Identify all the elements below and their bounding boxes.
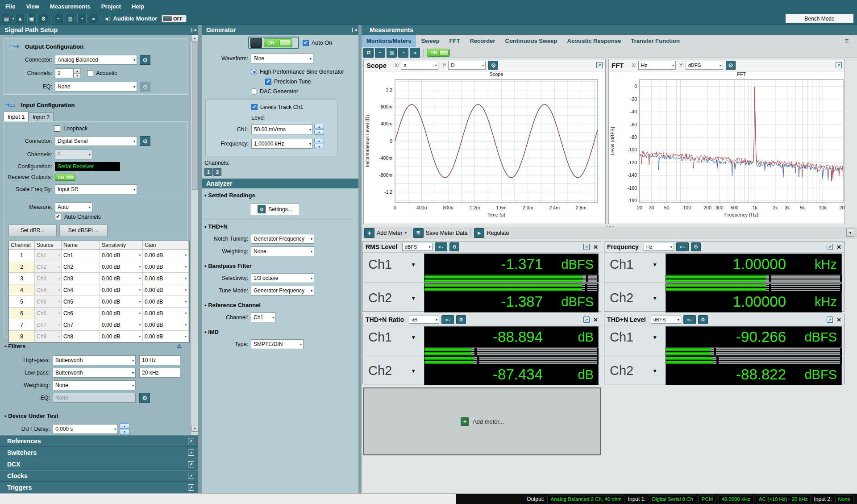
digital-monitor-icon[interactable]: ▥ [387,48,397,58]
sensitivity-select[interactable]: 0.00 dB▾ [100,250,143,261]
menu-help[interactable]: Help [126,0,150,12]
save-project-icon[interactable]: ▣ [27,14,37,23]
gain-select[interactable]: 0.00 dB▾ [143,331,189,342]
clock-icon[interactable]: ◔ [77,14,87,23]
generator-off-button[interactable] [250,38,262,48]
auto-hide-pin-icon[interactable]: ❘◄ [190,28,196,32]
column-header[interactable]: Sensitivity [100,241,143,249]
meter-popout-icon[interactable]: ↗ [583,317,590,323]
left-panel-scrollbar[interactable]: ▲ ▼ [191,35,198,435]
meter-chart-icon[interactable]: ≈▾ [676,242,689,251]
sensitivity-select[interactable]: 0.00 dB▾ [100,319,143,330]
signal-monitor-icon[interactable]: ≈ [89,14,98,23]
tab-continuous-sweep[interactable]: Continuous Sweep [500,35,562,47]
meter-unit-select[interactable]: dBFS▾ [402,243,433,251]
frequency-spinner[interactable]: ▲▼ [314,138,324,149]
generator-on-toggle[interactable]: ON [264,38,292,47]
input-connector-gear-icon[interactable]: ⚙ [140,136,150,146]
add-meter-dropzone[interactable]: + Add meter... [363,387,601,455]
scope-view-icon[interactable]: ~ [54,14,63,23]
meter-channel-selector[interactable]: Ch2▼ [368,363,416,378]
scroll-down-icon[interactable]: ▼ [191,425,198,432]
scope-gear-icon[interactable]: ⚙ [488,61,498,70]
scope-x-select[interactable]: s▾ [401,61,438,70]
receiver-outputs-toggle[interactable]: ON [55,174,75,181]
level-select[interactable]: 50.00 mVrms▾ [251,125,313,134]
ref-channel-select[interactable]: Ch1▾ [251,312,276,322]
output-channels-spinner[interactable]: ▲▼ [74,68,81,78]
column-header[interactable]: Gain [143,241,189,249]
dac-generator-radio[interactable] [251,88,257,95]
acoustic-checkbox[interactable] [87,70,93,76]
popout-icon[interactable]: ↗ [188,461,194,467]
popout-icon[interactable]: ↗ [188,473,194,479]
measure-select[interactable]: Auto▾ [55,202,92,212]
name-input[interactable]: Ch7 [62,319,100,330]
bench-mode-button[interactable]: Bench Mode [786,14,853,23]
waveform-select[interactable]: Sine▾ [251,54,313,63]
scale-freq-select[interactable]: Input SR▾ [55,184,137,194]
gain-select[interactable]: 0.00 dB▾ [143,261,189,272]
output-connector-select[interactable]: Analog Balanced▾ [55,55,137,65]
panel-divider[interactable] [198,25,202,493]
audible-monitor-toggle[interactable]: OFF [162,15,187,22]
popout-icon[interactable]: ↗ [188,484,194,491]
menu-file[interactable]: File [0,0,21,12]
hp-sine-radio[interactable] [251,69,257,75]
imd-type-select[interactable]: SMPTE/DIN▾ [251,339,304,349]
fft-y-select[interactable]: dBFS▾ [686,61,723,70]
column-header[interactable]: Name [62,241,100,249]
levels-track-checkbox[interactable] [251,104,258,110]
scroll-up-icon[interactable]: ▲ [191,35,198,42]
meter-channel-selector[interactable]: Ch2▼ [610,363,657,378]
gain-select[interactable]: 0.00 dB▾ [143,250,189,261]
tab-acoustic-response[interactable]: Acoustic Response [562,35,626,47]
meter-gear-icon[interactable]: ⚙ [691,242,701,251]
loopback-checkbox[interactable] [54,125,60,132]
menu-project[interactable]: Project [96,0,126,12]
menu-view[interactable]: View [21,0,44,12]
meter-unit-select[interactable]: dBFS▾ [651,316,681,324]
name-input[interactable]: Ch5 [62,296,100,307]
tab-monitors-meters[interactable]: Monitors/Meters [362,35,416,47]
scope-popout-icon[interactable]: ↗ [596,62,603,68]
tab-recorder[interactable]: Recorder [465,35,500,47]
section-triggers[interactable]: Triggers↗ [0,482,199,493]
gain-select[interactable]: 0.00 dB▾ [143,319,189,330]
meter-gear-icon[interactable]: ⚙ [449,242,459,251]
meter-channel-selector[interactable]: Ch1▼ [610,257,657,272]
auto-on-checkbox[interactable] [303,40,309,46]
set-dbr-button[interactable]: Set dBR... [8,225,57,236]
meter-chart-icon[interactable]: ≈▾ [435,242,447,251]
settings-button[interactable]: ⚙ Settings... [250,204,300,215]
analyzer-weighting-select[interactable]: None▾ [251,246,314,256]
lowpass-freq-input[interactable]: 20 kHz [139,368,180,378]
name-input[interactable]: Ch8 [62,331,100,342]
selectivity-select[interactable]: 1/3 octave▾ [251,273,314,283]
generator-channel-1-button[interactable]: 1 [204,168,212,176]
panel-divider[interactable] [358,25,362,493]
highpass-select[interactable]: Butterworth▾ [53,355,136,365]
notch-tuning-select[interactable]: Generator Frequency▾ [251,234,314,244]
meter-channel-selector[interactable]: Ch2▼ [610,291,657,305]
add-meter-button[interactable]: + Add Meter ▾ [364,228,407,238]
clock-monitor-icon[interactable]: ◔ [398,48,408,58]
meter-channel-selector[interactable]: Ch1▼ [368,257,416,272]
collapse-filters-icon[interactable]: ▲ [177,342,182,348]
tune-mode-select[interactable]: Generator Frequency▾ [251,286,314,296]
tab-sweep[interactable]: Sweep [416,35,444,47]
scope-y-select[interactable]: D▾ [448,61,486,70]
sensitivity-select[interactable]: 0.00 dB▾ [100,296,143,307]
save-meter-data-button[interactable]: ≣ Save Meter Data [413,228,468,238]
popout-icon[interactable]: ↗ [188,450,194,456]
menu-measurements[interactable]: Measurements [45,0,96,12]
new-project-dropdown-arrow-icon[interactable]: ▾ [12,17,14,21]
weighting-select[interactable]: None▾ [53,380,136,390]
sensitivity-select[interactable]: 0.00 dB▾ [100,308,143,319]
settings-gear-icon[interactable]: ⚙ [39,14,48,23]
tab-transfer-function[interactable]: Transfer Function [626,35,685,47]
meter-chart-icon[interactable]: ≈▾ [441,315,454,324]
dut-delay-spinner[interactable]: ▲▼ [120,423,129,434]
name-input[interactable]: Ch2 [62,261,100,272]
frequency-select[interactable]: 1.00000 kHz▾ [251,139,313,149]
